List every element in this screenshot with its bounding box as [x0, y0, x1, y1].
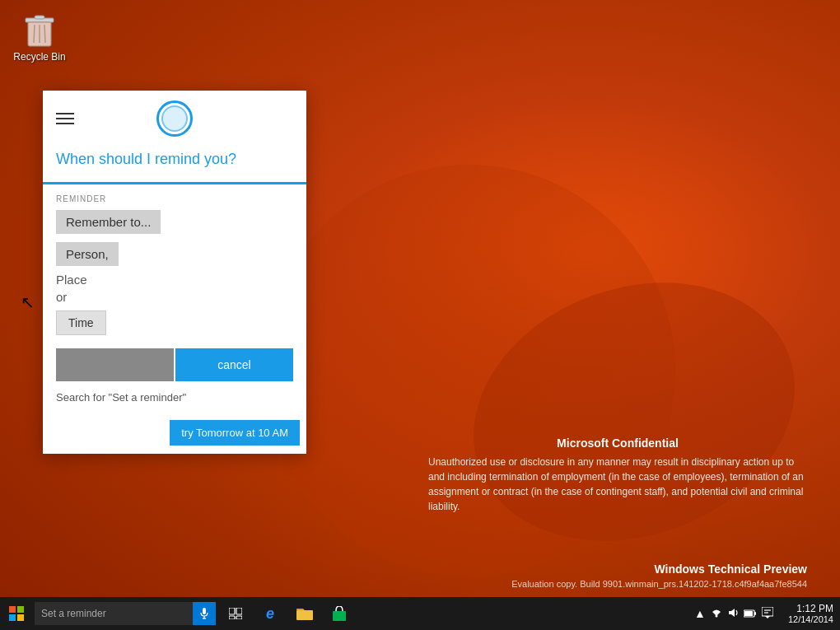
clock-time: 1:12 PM: [796, 603, 833, 614]
tray-volume-icon[interactable]: [727, 607, 739, 620]
ie-button[interactable]: e: [254, 597, 287, 630]
svg-rect-10: [17, 614, 24, 621]
volume-icon: [727, 608, 739, 618]
cortana-suggestion[interactable]: try Tomorrow at 10 AM: [170, 420, 300, 446]
desktop: Recycle Bin When should I remind you? RE…: [0, 0, 840, 630]
action-center-icon: [762, 607, 773, 618]
explorer-icon: [296, 607, 313, 620]
tray-network-icon[interactable]: [711, 607, 722, 620]
svg-rect-18: [296, 610, 313, 620]
windows-preview: Windows Technical Preview Evaluation cop…: [511, 562, 807, 589]
search-bar[interactable]: [35, 602, 216, 625]
confidential-title: Microsoft Confidential: [428, 436, 807, 450]
svg-rect-2: [35, 16, 44, 19]
mic-icon: [199, 608, 209, 619]
svg-rect-6: [28, 21, 51, 46]
reminder-label: REMINDER: [56, 194, 293, 203]
windows-preview-build: Evaluation copy. Build 9901.winmain_prs.…: [511, 579, 807, 589]
svg-point-20: [715, 615, 717, 618]
task-view-icon: [229, 608, 242, 619]
windows-logo-icon: [9, 606, 24, 621]
tray-action-center-icon[interactable]: [762, 607, 773, 621]
svg-rect-15: [236, 608, 242, 614]
explorer-button[interactable]: [288, 597, 321, 630]
svg-rect-9: [9, 614, 16, 621]
mouse-cursor: ↖: [21, 292, 35, 312]
recycle-bin-label: Recycle Bin: [13, 51, 65, 63]
cortana-panel: When should I remind you? REMINDER Remem…: [43, 91, 306, 454]
person-chip[interactable]: Person,: [56, 242, 119, 266]
remember-chip[interactable]: Remember to...: [56, 210, 161, 234]
confidential-body: Unauthorized use or disclosure in any ma…: [428, 455, 807, 514]
svg-rect-7: [9, 606, 16, 613]
time-chip[interactable]: Time: [56, 310, 106, 335]
battery-icon: [744, 609, 757, 618]
clock[interactable]: 1:12 PM 12/14/2014: [782, 603, 840, 624]
task-view-button[interactable]: [219, 597, 252, 630]
recycle-bin-icon[interactable]: Recycle Bin: [8, 8, 71, 63]
cortana-actions: cancel: [56, 348, 293, 381]
cancel-button[interactable]: cancel: [175, 348, 293, 381]
or-text: or: [56, 290, 293, 304]
recycle-bin-svg: [20, 8, 59, 48]
cortana-question: When should I remind you?: [56, 150, 293, 169]
start-button[interactable]: [0, 597, 33, 630]
cortana-title-area: When should I remind you?: [43, 143, 306, 184]
cortana-body: REMINDER Remember to... Person, Place or…: [43, 184, 306, 420]
store-button[interactable]: [323, 597, 356, 630]
taskbar: e ▲: [0, 597, 840, 630]
store-icon: [333, 606, 346, 621]
cortana-logo: [156, 100, 193, 137]
svg-rect-8: [17, 606, 24, 613]
svg-rect-17: [236, 616, 242, 619]
tray-arrow-icon[interactable]: ▲: [694, 607, 706, 620]
clock-date: 12/14/2014: [788, 614, 833, 624]
svg-rect-22: [754, 612, 756, 615]
hamburger-menu-icon[interactable]: [56, 113, 74, 124]
tray-battery-icon[interactable]: [744, 607, 757, 620]
taskbar-right: ▲: [688, 597, 840, 630]
mic-button[interactable]: [193, 602, 216, 625]
ie-icon: e: [266, 605, 274, 623]
svg-rect-19: [333, 611, 346, 621]
svg-rect-24: [762, 607, 773, 616]
svg-rect-11: [203, 608, 206, 614]
search-link[interactable]: Search for "Set a reminder": [56, 391, 293, 404]
search-input[interactable]: [35, 602, 193, 625]
confidential-box: Microsoft Confidential Unauthorized use …: [428, 436, 807, 514]
svg-rect-14: [229, 608, 235, 614]
confirm-button[interactable]: [56, 348, 174, 381]
svg-rect-16: [229, 616, 235, 619]
place-text: Place: [56, 273, 293, 287]
network-icon: [711, 608, 722, 618]
taskbar-items: e: [219, 597, 356, 630]
cortana-header: [43, 91, 306, 143]
svg-rect-23: [744, 611, 753, 616]
system-tray: ▲: [688, 607, 780, 621]
windows-preview-title: Windows Technical Preview: [511, 562, 807, 576]
